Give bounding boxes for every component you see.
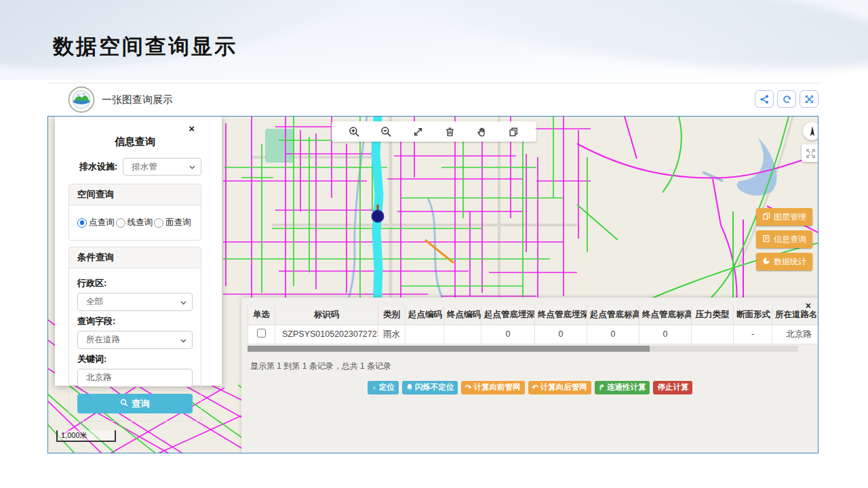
col-start-code: 起点编码 — [406, 306, 444, 325]
calc-upstream-button[interactable]: ↷ 计算向前管网 — [461, 381, 524, 394]
page-title: 数据空间查询显示 — [53, 33, 237, 61]
action-label: 闪烁不定位 — [415, 382, 454, 392]
radio-line-query[interactable]: 线查询 — [116, 217, 153, 228]
close-icon[interactable]: × — [189, 123, 195, 134]
col-start-elev: 起点管底标高 — [587, 306, 639, 325]
facility-value: 排水管 — [132, 161, 157, 173]
side-button-label: 信息查询 — [774, 234, 806, 245]
cell-start-elev: 0 — [587, 325, 639, 344]
spatial-query-title: 空间查询 — [69, 184, 201, 205]
search-button[interactable]: 查询 — [77, 394, 193, 413]
level-up-arrow-icon: ↱ — [599, 383, 605, 392]
cell-identifier: SZPSYS010520230727236014 — [275, 325, 378, 344]
info-query-button[interactable]: 信息查询 — [756, 230, 812, 248]
compass-icon[interactable] — [803, 122, 818, 140]
magnifier-icon — [120, 399, 128, 409]
keyword-label: 关键词: — [77, 353, 193, 365]
connectivity-calc-button[interactable]: ↱ 连通性计算 — [595, 381, 650, 394]
action-label: 计算向前管网 — [474, 382, 521, 392]
map-canvas[interactable]: 图层管理 信息查询 数据统计 1,000 — [47, 116, 818, 453]
action-buttons-row: ♀ 定位 闪烁不定位 ↷ 计算向前管网 ↶ — [248, 381, 812, 394]
results-table: 单选 标识码 类别 起点编码 终点编码 起点管底埋深 终点管底埋深 起点管底标高… — [248, 306, 818, 344]
radio-label: 面查询 — [165, 217, 191, 228]
layers-icon — [762, 212, 770, 222]
col-end-elev: 终点管底标高 — [639, 306, 692, 325]
info-query-panel: × 信息查询 排水设施: 排水管 空间查询 — [55, 117, 222, 386]
query-field-select[interactable]: 所在道路 — [77, 331, 193, 349]
refresh-icon[interactable] — [777, 90, 796, 108]
district-value: 全部 — [86, 296, 103, 308]
map-scalebar: 1,000米 — [56, 430, 116, 442]
expand-extent-icon[interactable] — [411, 124, 426, 139]
zoom-in-icon[interactable] — [347, 124, 362, 139]
chevron-down-icon — [189, 162, 195, 171]
slide: 数据空间查询显示 一张图查询展示 — [0, 0, 868, 488]
info-doc-icon — [762, 235, 770, 245]
action-label: 停止计算 — [657, 382, 688, 392]
radio-dot[interactable] — [116, 218, 125, 228]
table-row[interactable]: SZPSYS010520230727236014 雨水 0 0 0 0 - 北京… — [248, 325, 819, 344]
action-label: 连通性计算 — [607, 382, 646, 392]
table-header-row: 单选 标识码 类别 起点编码 终点编码 起点管底埋深 终点管底埋深 起点管底标高… — [248, 306, 819, 325]
redo-arrow-icon: ↷ — [465, 383, 471, 392]
radio-point-query[interactable]: 点查询 — [77, 217, 115, 228]
cell-end-code — [444, 325, 481, 344]
map-toolbar — [332, 121, 536, 142]
map-pin-icon: ♀ — [372, 384, 377, 392]
col-start-depth: 起点管底埋深 — [481, 306, 535, 325]
district-select[interactable]: 全部 — [77, 293, 193, 311]
col-pressure-type: 压力类型 — [692, 306, 734, 325]
zoom-out-icon[interactable] — [379, 124, 394, 139]
scrollbar-thumb[interactable] — [248, 346, 650, 352]
cell-start-code — [406, 325, 444, 344]
cell-pressure-type — [692, 325, 734, 344]
data-stats-button[interactable]: 数据统计 — [756, 253, 812, 270]
bell-icon — [406, 384, 413, 392]
col-category: 类别 — [378, 306, 406, 325]
side-button-label: 数据统计 — [774, 256, 806, 268]
pie-stats-icon — [762, 257, 770, 267]
col-end-depth: 终点管底埋深 — [535, 306, 587, 325]
condition-query-card: 条件查询 行政区: 全部 查询字段: 所在道路 — [68, 247, 201, 422]
flash-no-locate-button[interactable]: 闪烁不定位 — [402, 381, 458, 394]
facility-select[interactable]: 排水管 — [123, 158, 201, 176]
share-icon[interactable] — [755, 90, 774, 108]
window-buttons — [755, 90, 818, 108]
row-checkbox[interactable] — [257, 329, 266, 338]
app-header: 一张图查询展示 — [47, 83, 822, 116]
radio-dot[interactable] — [154, 218, 163, 228]
calc-downstream-button[interactable]: ↶ 计算向后管网 — [528, 381, 591, 394]
cell-end-elev: 0 — [639, 325, 692, 344]
locate-button[interactable]: ♀ 定位 — [368, 381, 399, 394]
horizontal-scrollbar[interactable] — [248, 346, 798, 352]
arrows-expand-icon[interactable] — [800, 90, 818, 108]
copy-layers-icon[interactable] — [507, 124, 521, 139]
radio-polygon-query[interactable]: 面查询 — [154, 217, 191, 228]
cell-end-depth: 0 — [535, 325, 587, 344]
stop-calc-button[interactable]: 停止计算 — [653, 381, 692, 394]
scale-label: 1,000米 — [61, 431, 87, 439]
panel-title: 信息查询 — [68, 136, 201, 148]
cell-section-form: - — [734, 325, 772, 344]
district-label: 行政区: — [77, 277, 193, 289]
chevron-down-icon — [180, 298, 186, 307]
fullscreen-corners-icon[interactable] — [802, 144, 818, 162]
layer-manage-button[interactable]: 图层管理 — [756, 208, 812, 226]
undo-arrow-icon: ↶ — [532, 383, 538, 392]
pan-hand-icon[interactable] — [475, 124, 490, 139]
park-area — [265, 129, 294, 163]
cell-road-name: 北京路 — [772, 325, 819, 344]
condition-query-title: 条件查询 — [69, 247, 201, 268]
col-identifier: 标识码 — [275, 306, 378, 325]
col-select: 单选 — [248, 306, 275, 325]
app-title: 一张图查询展示 — [102, 94, 173, 106]
col-section-form: 断面形式 — [734, 306, 772, 325]
keyword-input[interactable] — [77, 369, 193, 387]
close-icon[interactable]: × — [806, 300, 811, 311]
side-button-label: 图层管理 — [774, 211, 806, 223]
radio-label: 线查询 — [127, 217, 153, 228]
delete-graphics-icon[interactable] — [443, 124, 458, 139]
action-label: 计算向后管网 — [540, 382, 587, 392]
radio-dot[interactable] — [77, 218, 87, 228]
cell-category: 雨水 — [378, 325, 406, 344]
